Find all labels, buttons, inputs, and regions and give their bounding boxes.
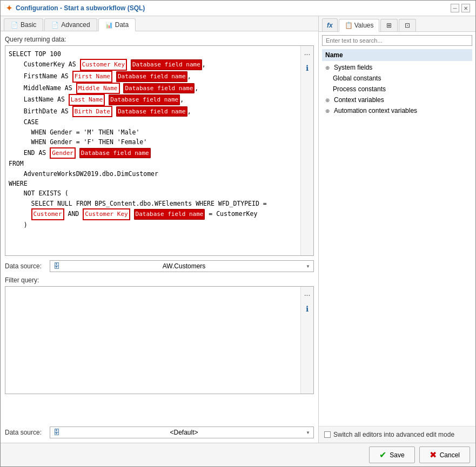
tree-item-automation-context[interactable]: ⊕ Automation context variables bbox=[322, 105, 472, 116]
tab-basic[interactable]: 📄 Basic bbox=[4, 18, 43, 31]
filter-container: ··· ℹ bbox=[5, 286, 314, 394]
dbfield-gender: Database field name bbox=[79, 148, 151, 159]
field-middle-name: Middle Name bbox=[76, 83, 120, 94]
query-more-button[interactable]: ··· bbox=[303, 49, 312, 59]
datasource-label: Data source: bbox=[5, 262, 45, 270]
right-panel: fx 📋 Values ⊞ ⊡ Name ⊕ System fie bbox=[319, 16, 475, 443]
datasource-select[interactable]: 🗄 AW.Customers ▼ bbox=[50, 260, 314, 272]
title-bar: ✦ Configuration - Start a subworkflow (S… bbox=[1, 1, 475, 16]
filter-datasource-label: Data source: bbox=[5, 429, 45, 436]
filter-datasource-select[interactable]: 🗄 <Default> ▼ bbox=[50, 427, 314, 438]
tab-advanced[interactable]: 📄 Advanced bbox=[44, 18, 97, 31]
datasource-value: AW.Customers bbox=[163, 262, 206, 270]
window-title: Configuration - Start a subworkflow (SQL… bbox=[16, 4, 145, 12]
filter-label: Filter query: bbox=[5, 276, 314, 284]
field-birth-date: Birth Date bbox=[72, 106, 112, 118]
close-button[interactable]: ✕ bbox=[461, 4, 470, 12]
tab-bar: 📄 Basic 📄 Advanced 📊 Data bbox=[1, 16, 318, 31]
save-icon: ✔ bbox=[379, 450, 386, 460]
field-last-name: Last Name bbox=[69, 94, 105, 106]
window-controls: ─ ✕ bbox=[451, 4, 470, 12]
values-icon: 📋 bbox=[345, 22, 353, 29]
dbfield-customer-key-2: Database field name bbox=[134, 209, 205, 220]
field-customer-key: Customer Key bbox=[80, 59, 127, 71]
minimize-button[interactable]: ─ bbox=[451, 4, 459, 12]
field-customer: Customer bbox=[31, 208, 64, 220]
right-tab-grid2[interactable]: ⊡ bbox=[399, 19, 416, 31]
tree-header: Name bbox=[322, 49, 472, 61]
filter-section: Filter query: ··· ℹ bbox=[5, 276, 314, 423]
grid2-icon: ⊡ bbox=[405, 22, 410, 29]
datasource-icon: 🗄 bbox=[53, 262, 60, 270]
query-container: SELECT TOP 100 CustomerKey AS Customer K… bbox=[5, 45, 314, 256]
dbfield-last-name: Database field name bbox=[109, 94, 180, 105]
select-arrow-icon: ▼ bbox=[306, 264, 310, 269]
advanced-edit-checkbox[interactable] bbox=[324, 431, 331, 438]
expand-icon-context-vars: ⊕ bbox=[325, 97, 332, 103]
right-tab-values[interactable]: 📋 Values bbox=[339, 19, 380, 32]
filter-info-button[interactable]: ℹ bbox=[303, 304, 312, 314]
query-label: Query returning data: bbox=[5, 36, 314, 43]
dbfield-first-name: Database field name bbox=[116, 71, 187, 82]
app-icon: ✦ bbox=[6, 4, 12, 12]
panel-body: Query returning data: SELECT TOP 100 Cus… bbox=[1, 31, 318, 443]
advanced-edit-label[interactable]: Switch all editors into advanced edit mo… bbox=[324, 431, 470, 438]
filter-editor[interactable] bbox=[5, 287, 300, 394]
main-window: ✦ Configuration - Start a subworkflow (S… bbox=[0, 0, 476, 467]
advanced-edit-section: Switch all editors into advanced edit mo… bbox=[319, 426, 475, 443]
dbfield-customer-key: Database field name bbox=[131, 59, 202, 70]
right-tab-grid1[interactable]: ⊞ bbox=[380, 19, 398, 31]
query-info-button[interactable]: ℹ bbox=[303, 63, 312, 73]
bottom-right: ✔ Save ✖ Cancel bbox=[369, 446, 470, 463]
query-area: Query returning data: SELECT TOP 100 Cus… bbox=[5, 36, 314, 256]
filter-datasource-row: Data source: 🗄 <Default> ▼ bbox=[5, 427, 314, 438]
tree-item-global-constants[interactable]: Global constants bbox=[322, 73, 472, 84]
tree-item-system-fields[interactable]: ⊕ System fields bbox=[322, 62, 472, 73]
field-gender: Gender bbox=[50, 147, 76, 159]
save-button[interactable]: ✔ Save bbox=[369, 446, 414, 463]
expand-icon-automation: ⊕ bbox=[325, 108, 332, 114]
title-bar-left: ✦ Configuration - Start a subworkflow (S… bbox=[6, 4, 145, 12]
advanced-icon: 📄 bbox=[51, 22, 59, 29]
dbfield-middle-name: Database field name bbox=[123, 83, 195, 94]
filter-select-arrow-icon: ▼ bbox=[306, 430, 310, 435]
tree-item-process-constants[interactable]: Process constants bbox=[322, 84, 472, 94]
filter-datasource-icon: 🗄 bbox=[53, 429, 60, 436]
cancel-icon: ✖ bbox=[430, 450, 437, 460]
basic-icon: 📄 bbox=[11, 22, 18, 29]
expand-icon-system-fields: ⊕ bbox=[325, 65, 332, 71]
right-tab-bar: fx 📋 Values ⊞ ⊡ bbox=[319, 16, 475, 32]
dbfield-birth-date: Database field name bbox=[116, 106, 187, 117]
main-content: 📄 Basic 📄 Advanced 📊 Data Query returnin… bbox=[1, 16, 475, 443]
filter-datasource-value: <Default> bbox=[170, 429, 198, 436]
query-toolbar: ··· ℹ bbox=[300, 46, 313, 255]
fx-button[interactable]: fx bbox=[322, 18, 338, 31]
query-editor[interactable]: SELECT TOP 100 CustomerKey AS Customer K… bbox=[5, 46, 300, 255]
filter-more-button[interactable]: ··· bbox=[303, 290, 312, 300]
bottom-bar: ✔ Save ✖ Cancel bbox=[1, 443, 475, 466]
datasource-row: Data source: 🗄 AW.Customers ▼ bbox=[5, 260, 314, 272]
data-icon: 📊 bbox=[105, 22, 113, 29]
grid1-icon: ⊞ bbox=[386, 22, 392, 29]
left-panel: 📄 Basic 📄 Advanced 📊 Data Query returnin… bbox=[1, 16, 319, 443]
field-first-name: First Name bbox=[72, 71, 112, 83]
field-customer-key-2: Customer Key bbox=[83, 208, 130, 220]
filter-toolbar: ··· ℹ bbox=[300, 287, 313, 394]
tree-item-context-variables[interactable]: ⊕ Context variables bbox=[322, 94, 472, 105]
search-input[interactable] bbox=[322, 35, 472, 46]
cancel-button[interactable]: ✖ Cancel bbox=[419, 446, 470, 463]
tab-data[interactable]: 📊 Data bbox=[98, 18, 136, 31]
right-body: Name ⊕ System fields Global constants Pr… bbox=[319, 32, 475, 426]
